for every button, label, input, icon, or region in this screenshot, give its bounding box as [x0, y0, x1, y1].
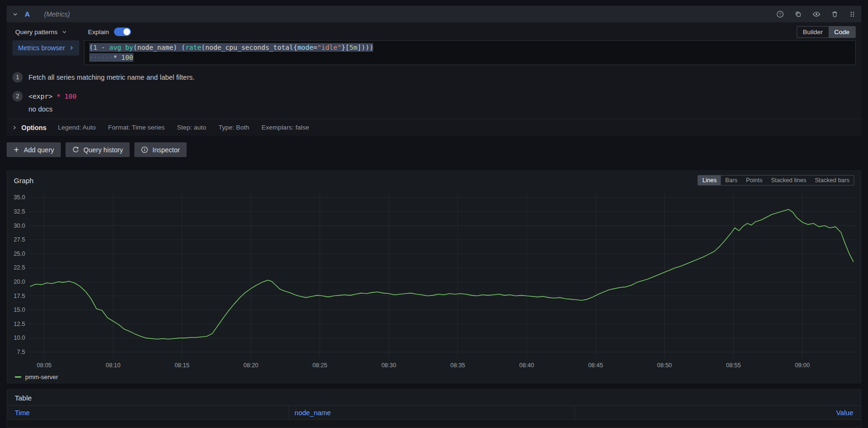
hide-response-eye-icon[interactable] — [812, 10, 821, 18]
explain-step-1: 1 Fetch all series matching metric name … — [7, 68, 861, 87]
svg-text:25.0: 25.0 — [14, 251, 25, 257]
graph-legend: pmm-server — [7, 371, 861, 383]
builder-mode-button[interactable]: Builder — [797, 27, 829, 37]
step-description: Fetch all series matching metric name an… — [28, 72, 195, 83]
option-legend: Legend: Auto — [58, 124, 96, 131]
column-header-time[interactable]: Time — [7, 406, 289, 419]
query-options-row[interactable]: Options Legend: Auto Format: Time series… — [7, 119, 861, 136]
option-type: Type: Both — [218, 124, 249, 131]
query-row-header[interactable]: A (Metrics) ? — [7, 6, 861, 22]
drag-handle-icon[interactable] — [849, 10, 856, 18]
option-step: Step: auto — [177, 124, 207, 131]
svg-text:7.5: 7.5 — [17, 349, 25, 355]
step-number-badge: 2 — [12, 91, 23, 102]
svg-text:20.0: 20.0 — [14, 279, 25, 285]
remove-query-trash-icon[interactable] — [831, 10, 839, 18]
table-panel: Table Time node_name Value — [7, 389, 861, 428]
query-expression: (1 - avg by(node_name) (rate(node_cpu_se… — [89, 43, 374, 52]
svg-text:08:25: 08:25 — [312, 362, 327, 369]
query-header-actions: ? — [776, 10, 856, 18]
step-expression: <expr> * 100 — [28, 91, 76, 102]
svg-text:35.0: 35.0 — [14, 194, 25, 201]
query-toolbar: Query patterns Explain Builder Code — [7, 22, 861, 39]
option-exemplars: Exemplars: false — [262, 124, 309, 131]
query-history-button[interactable]: Query history — [66, 142, 130, 157]
svg-text:08:30: 08:30 — [381, 362, 396, 369]
duplicate-query-icon[interactable] — [794, 10, 802, 18]
chevron-right-icon — [12, 125, 17, 130]
explain-toggle[interactable] — [114, 28, 131, 36]
option-format: Format: Time series — [108, 124, 164, 131]
inspector-button[interactable]: Inspector — [134, 142, 187, 157]
query-actions: Add query Query history Inspector — [7, 142, 861, 157]
options-label: Options — [21, 124, 47, 131]
query-history-label: Query history — [84, 146, 123, 154]
step-number-badge: 1 — [12, 72, 23, 83]
plus-icon — [13, 147, 19, 153]
editor-mode-switch: Builder Code — [797, 26, 856, 38]
graph-panel: Graph Lines Bars Points Stacked lines St… — [7, 170, 861, 383]
graph-style-switch: Lines Bars Points Stacked lines Stacked … — [698, 175, 854, 186]
graph-mode-points[interactable]: Points — [742, 176, 767, 185]
add-query-label: Add query — [24, 146, 54, 154]
svg-text:08:50: 08:50 — [657, 362, 672, 369]
query-patterns-label: Query patterns — [15, 28, 57, 36]
svg-text:27.5: 27.5 — [14, 236, 25, 243]
svg-text:15.0: 15.0 — [14, 307, 25, 313]
graph-canvas[interactable]: 7.510.012.515.017.520.022.525.027.530.03… — [7, 190, 861, 371]
query-expression-continued: * 100 — [113, 54, 133, 61]
svg-text:09:00: 09:00 — [795, 362, 810, 369]
svg-text:08:40: 08:40 — [519, 362, 534, 369]
graph-panel-title: Graph — [14, 177, 34, 185]
svg-text:08:10: 08:10 — [105, 362, 120, 369]
inspector-label: Inspector — [152, 146, 180, 154]
metrics-browser-label: Metrics browser — [18, 44, 65, 52]
chevron-down-icon — [62, 29, 67, 35]
graph-mode-stacked-bars[interactable]: Stacked bars — [811, 176, 854, 185]
query-ref-id: A — [25, 10, 30, 18]
query-patterns-dropdown[interactable]: Query patterns — [12, 27, 70, 37]
svg-text:08:05: 08:05 — [37, 362, 51, 369]
code-mode-button[interactable]: Code — [829, 27, 855, 37]
step-docs-note: no docs — [28, 104, 76, 114]
help-icon[interactable]: ? — [776, 10, 784, 18]
column-header-node-name[interactable]: node_name — [289, 406, 575, 419]
explain-label: Explain — [88, 28, 109, 36]
svg-text:30.0: 30.0 — [14, 223, 25, 229]
legend-item-pmm-server[interactable]: pmm-server — [15, 373, 58, 381]
collapse-chevron-icon[interactable] — [12, 11, 18, 17]
svg-text:32.5: 32.5 — [14, 208, 25, 215]
svg-text:08:35: 08:35 — [450, 362, 465, 369]
svg-text:08:45: 08:45 — [588, 362, 603, 369]
svg-text:17.5: 17.5 — [14, 293, 25, 299]
svg-text:08:20: 08:20 — [244, 362, 258, 369]
svg-text:12.5: 12.5 — [14, 321, 25, 327]
graph-mode-lines[interactable]: Lines — [698, 176, 721, 185]
graph-panel-header: Graph Lines Bars Points Stacked lines St… — [7, 171, 861, 190]
series-color-swatch — [15, 376, 21, 378]
datasource-label: (Metrics) — [44, 10, 70, 18]
table-panel-title: Table — [7, 390, 861, 405]
grafana-explore-page: A (Metrics) ? — [0, 0, 868, 428]
add-query-button[interactable]: Add query — [7, 142, 61, 157]
query-line-1: (1 - avg by(node_name) (rate(node_cpu_se… — [89, 43, 850, 53]
column-header-value[interactable]: Value — [575, 409, 861, 417]
query-editor-row: Metrics browser (1 - avg by(node_name) (… — [7, 39, 861, 68]
query-editor-card: A (Metrics) ? — [7, 6, 861, 136]
metrics-browser-button[interactable]: Metrics browser — [12, 40, 79, 56]
whitespace-dots: ······ — [89, 54, 113, 61]
table-body — [7, 420, 861, 428]
toggle-knob — [123, 28, 130, 35]
svg-text:08:55: 08:55 — [726, 362, 741, 369]
series-name: pmm-server — [25, 373, 58, 381]
svg-text:10.0: 10.0 — [14, 335, 25, 341]
explain-step-2: 2 <expr> * 100 no docs — [7, 87, 861, 119]
graph-mode-bars[interactable]: Bars — [721, 176, 742, 185]
chevron-right-icon — [69, 46, 74, 50]
graph-mode-stacked-lines[interactable]: Stacked lines — [767, 176, 811, 185]
table-header-row: Time node_name Value — [7, 405, 861, 420]
step-body: <expr> * 100 no docs — [28, 91, 76, 114]
explain-control: Explain — [88, 28, 131, 36]
promql-code-editor[interactable]: (1 - avg by(node_name) (rate(node_cpu_se… — [84, 40, 856, 65]
query-line-2: ······* 100 — [89, 53, 850, 63]
